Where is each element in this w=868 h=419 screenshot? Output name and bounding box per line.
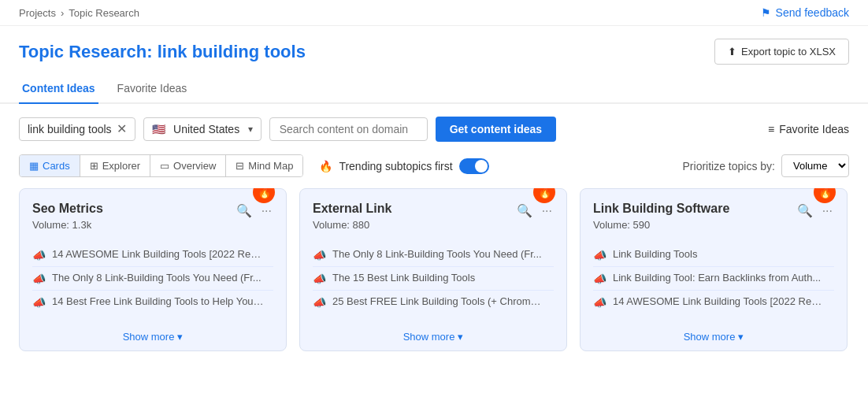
search-tag-text: link building tools xyxy=(28,123,112,135)
card-volume-1: Volume: 1.3k xyxy=(32,219,235,231)
megaphone-icon: 📣 xyxy=(32,249,46,261)
link-text: The Only 8 Link-Building Tools You Need … xyxy=(52,272,262,284)
chevron-down-icon: ▾ xyxy=(177,331,183,343)
view-mindmap-button[interactable]: ⊟ Mind Map xyxy=(226,155,302,176)
card-links-3: 📣 Link Building Tools 📣 Link Building To… xyxy=(581,237,847,323)
card-links-2: 📣 The Only 8 Link-Building Tools You Nee… xyxy=(300,237,566,323)
favorite-ideas-button[interactable]: ≡ Favorite Ideas xyxy=(768,123,849,135)
upload-icon: ⬆ xyxy=(728,46,736,57)
page-header: Topic Research: link building tools ⬆ Ex… xyxy=(0,26,868,74)
trending-row: 🔥 Trending subtopics first xyxy=(319,158,488,174)
card-title-section-1: Seo Metrics Volume: 1.3k xyxy=(32,202,235,231)
megaphone-icon: 📣 xyxy=(32,296,46,309)
fire-icon-trending: 🔥 xyxy=(319,160,332,172)
card-title-2: External Link xyxy=(313,202,515,216)
link-text: Link Building Tools xyxy=(613,248,697,260)
breadcrumb: Projects › Topic Research xyxy=(19,7,139,19)
tab-content-ideas[interactable]: Content Ideas xyxy=(19,74,98,104)
domain-search-input[interactable] xyxy=(269,117,428,141)
view-explorer-button[interactable]: ⊞ Explorer xyxy=(80,155,150,176)
view-overview-button[interactable]: ▭ Overview xyxy=(150,155,226,176)
breadcrumb-separator: › xyxy=(61,7,64,19)
megaphone-icon: 📣 xyxy=(313,249,326,261)
card-menu-button-3[interactable]: ··· xyxy=(821,202,834,220)
list-icon: ≡ xyxy=(768,123,774,135)
link-text: 14 Best Free Link Building Tools to Help… xyxy=(52,295,265,307)
controls-row: link building tools ✕ 🇺🇸 United States ▾… xyxy=(0,104,868,154)
link-text: Link Building Tool: Earn Backlinks from … xyxy=(613,272,821,284)
chevron-down-icon: ▾ xyxy=(458,331,463,343)
breadcrumb-projects[interactable]: Projects xyxy=(19,7,56,19)
link-text: The Only 8 Link-Building Tools You Need … xyxy=(332,248,542,260)
card-actions-1: 🔍 ··· xyxy=(235,202,273,220)
tab-favorite-ideas[interactable]: Favorite Ideas xyxy=(114,74,191,104)
explorer-icon: ⊞ xyxy=(90,160,98,172)
prioritize-row: Prioritize topics by: Volume xyxy=(683,154,849,177)
megaphone-icon: 📣 xyxy=(313,296,326,309)
megaphone-icon: 📣 xyxy=(593,273,606,285)
country-label: United States xyxy=(173,123,239,135)
prioritize-label: Prioritize topics by: xyxy=(683,160,775,172)
card-seo-metrics: 🔥 Seo Metrics Volume: 1.3k 🔍 ··· 📣 14 AW… xyxy=(19,188,287,351)
trending-label: Trending subtopics first xyxy=(339,160,452,172)
cards-container: 🔥 Seo Metrics Volume: 1.3k 🔍 ··· 📣 14 AW… xyxy=(0,188,868,367)
card-menu-button-1[interactable]: ··· xyxy=(260,202,273,220)
show-more-button-3[interactable]: Show more ▾ xyxy=(581,323,847,350)
trending-toggle[interactable] xyxy=(459,158,489,174)
flag-icon: 🇺🇸 xyxy=(152,123,165,135)
view-cards-button[interactable]: ▦ Cards xyxy=(20,155,80,176)
show-more-button-1[interactable]: Show more ▾ xyxy=(20,323,286,350)
country-select[interactable]: 🇺🇸 United States ▾ xyxy=(143,117,262,141)
megaphone-icon: 📣 xyxy=(313,273,326,285)
list-item: 📣 The 15 Best Link Building Tools xyxy=(313,266,554,290)
list-item: 📣 The Only 8 Link-Building Tools You Nee… xyxy=(313,243,554,266)
card-actions-3: 🔍 ··· xyxy=(796,202,834,220)
view-group: ▦ Cards ⊞ Explorer ▭ Overview ⊟ Mind Map xyxy=(19,154,303,177)
list-item: 📣 14 Best Free Link Building Tools to He… xyxy=(32,290,273,313)
link-text: 25 Best FREE Link Building Tools (+ Chro… xyxy=(332,295,545,307)
card-volume-3: Volume: 590 xyxy=(593,219,796,231)
link-text: 14 AWESOME Link Building Tools [2022 Rev… xyxy=(613,295,825,307)
card-menu-button-2[interactable]: ··· xyxy=(540,202,554,220)
card-link-building-software: 🔥 Link Building Software Volume: 590 🔍 ·… xyxy=(580,188,848,351)
page-title: Topic Research: link building tools xyxy=(19,42,306,62)
send-feedback-button[interactable]: ⚑ Send feedback xyxy=(761,6,849,19)
card-actions-2: 🔍 ··· xyxy=(515,202,554,220)
mindmap-icon: ⊟ xyxy=(236,160,244,172)
card-search-button-1[interactable]: 🔍 xyxy=(235,202,254,220)
export-button[interactable]: ⬆ Export topic to XLSX xyxy=(714,39,849,65)
tabs-bar: Content Ideas Favorite Ideas xyxy=(0,74,868,104)
top-bar: Projects › Topic Research ⚑ Send feedbac… xyxy=(0,0,868,26)
card-title-section-2: External Link Volume: 880 xyxy=(313,202,515,231)
card-header-3: Link Building Software Volume: 590 🔍 ··· xyxy=(581,189,847,237)
megaphone-icon: 📣 xyxy=(593,296,606,309)
card-header-2: External Link Volume: 880 🔍 ··· xyxy=(300,189,566,237)
card-search-button-3[interactable]: 🔍 xyxy=(796,202,814,220)
chevron-down-icon: ▾ xyxy=(248,124,253,135)
get-content-ideas-button[interactable]: Get content ideas xyxy=(436,117,556,142)
card-links-1: 📣 14 AWESOME Link Building Tools [2022 R… xyxy=(20,237,286,323)
search-tag: link building tools ✕ xyxy=(19,117,135,141)
megaphone-icon: 📣 xyxy=(593,249,606,261)
card-header-1: Seo Metrics Volume: 1.3k 🔍 ··· xyxy=(20,189,286,237)
view-controls: ▦ Cards ⊞ Explorer ▭ Overview ⊟ Mind Map… xyxy=(0,154,868,188)
list-item: 📣 Link Building Tools xyxy=(593,243,834,266)
list-item: 📣 The Only 8 Link-Building Tools You Nee… xyxy=(32,266,273,290)
prioritize-select[interactable]: Volume xyxy=(781,154,849,177)
show-more-button-2[interactable]: Show more ▾ xyxy=(300,323,566,350)
card-volume-2: Volume: 880 xyxy=(313,219,515,231)
card-title-section-3: Link Building Software Volume: 590 xyxy=(593,202,796,231)
list-item: 📣 14 AWESOME Link Building Tools [2022 R… xyxy=(32,243,273,266)
feedback-icon: ⚑ xyxy=(761,6,771,19)
link-text: The 15 Best Link Building Tools xyxy=(332,272,475,284)
list-item: 📣 25 Best FREE Link Building Tools (+ Ch… xyxy=(313,290,554,313)
cards-icon: ▦ xyxy=(29,160,39,172)
list-item: 📣 14 AWESOME Link Building Tools [2022 R… xyxy=(593,290,834,313)
clear-search-button[interactable]: ✕ xyxy=(117,123,127,135)
card-search-button-2[interactable]: 🔍 xyxy=(515,202,534,220)
chevron-down-icon: ▾ xyxy=(738,331,744,343)
megaphone-icon: 📣 xyxy=(32,273,46,285)
list-item: 📣 Link Building Tool: Earn Backlinks fro… xyxy=(593,266,834,290)
link-text: 14 AWESOME Link Building Tools [2022 Rev… xyxy=(52,248,265,260)
card-title-3: Link Building Software xyxy=(593,202,796,216)
